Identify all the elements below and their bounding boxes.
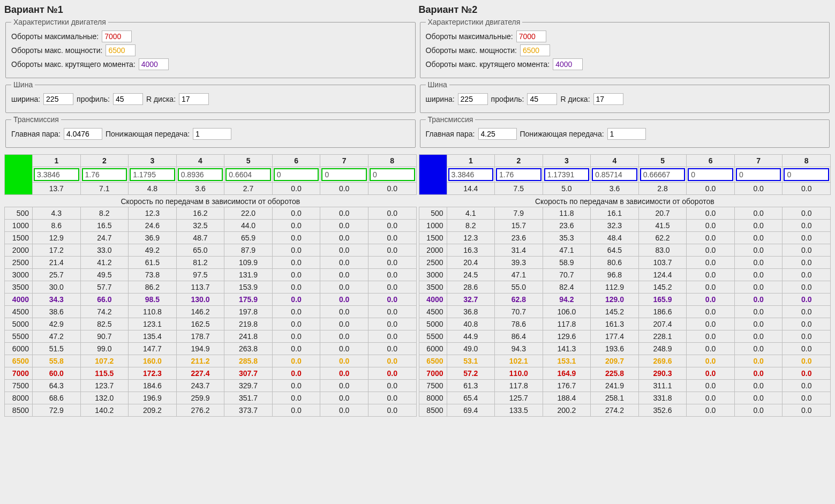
table-row: 550044.986.4129.6177.4228.10.00.00.0 <box>419 330 831 343</box>
speed-cell: 4.3 <box>33 207 81 220</box>
engine-torque-input[interactable] <box>139 58 169 70</box>
speed-cell: 0.0 <box>320 318 368 330</box>
trans-final-label: Главная пара: <box>11 130 61 138</box>
engine-power-label: Обороты макс. мощности: <box>11 46 102 55</box>
rpm-cell: 6000 <box>5 343 33 355</box>
trans-reduct-input[interactable] <box>607 128 646 140</box>
gear-ratio-speed: 3.6 <box>591 183 639 195</box>
speed-cell: 0.0 <box>734 404 783 417</box>
table-row: 500042.982.5123.1162.5219.80.00.00.0 <box>5 318 417 330</box>
gear-header: 6 <box>272 155 320 167</box>
gear-ratio-input[interactable] <box>82 168 127 181</box>
table-row: 850069.4133.5200.2274.2352.60.00.00.0 <box>419 404 831 417</box>
variant-title: Вариант №1 <box>4 4 417 16</box>
gear-ratio-input[interactable] <box>130 168 175 181</box>
rpm-cell: 5000 <box>5 318 33 330</box>
engine-torque-input[interactable] <box>553 58 583 70</box>
gear-ratio-input[interactable] <box>640 168 686 181</box>
gear-header: 8 <box>783 155 831 167</box>
gear-ratio-input[interactable] <box>784 168 829 181</box>
speed-cell: 0.0 <box>783 281 831 294</box>
variant-title: Вариант №2 <box>419 4 831 16</box>
speed-cell: 73.8 <box>129 269 177 281</box>
speed-cell: 4.1 <box>447 207 495 220</box>
speed-cell: 0.0 <box>687 404 735 417</box>
speed-cell: 0.0 <box>368 392 416 404</box>
gear-ratio-input[interactable] <box>225 168 271 181</box>
gear-ratio-input[interactable] <box>592 168 637 181</box>
speed-cell: 106.0 <box>543 306 591 318</box>
speed-table: 1234567813.77.14.83.62.70.00.00.0Скорост… <box>4 154 417 417</box>
gear-ratio-input[interactable] <box>178 168 223 181</box>
gear-header: 5 <box>638 155 687 167</box>
speed-cell: 0.0 <box>272 207 320 220</box>
speed-cell: 0.0 <box>734 355 783 367</box>
gear-ratio-input[interactable] <box>448 168 494 181</box>
gear-header: 7 <box>734 155 783 167</box>
speed-cell: 24.5 <box>447 269 495 281</box>
gear-ratio-input[interactable] <box>34 168 79 181</box>
gear-ratio-input[interactable] <box>370 168 415 181</box>
trans-reduct-label: Понижающая передача: <box>106 130 190 138</box>
tire-width-input[interactable] <box>458 93 488 105</box>
gear-ratio-input[interactable] <box>544 168 590 181</box>
engine-power-input[interactable] <box>520 44 550 56</box>
speed-cell: 69.4 <box>447 404 495 417</box>
table-row: 5004.17.911.816.120.70.00.00.0 <box>419 207 831 220</box>
speed-cell: 0.0 <box>687 207 735 220</box>
speed-cell: 177.4 <box>591 330 639 343</box>
speed-cell: 32.5 <box>176 220 224 232</box>
tire-width-input[interactable] <box>43 93 73 105</box>
speed-cell: 0.0 <box>272 306 320 318</box>
rpm-cell: 8500 <box>5 404 33 417</box>
tire-rim-input[interactable] <box>179 93 209 105</box>
table-row: 150012.924.736.948.765.90.00.00.0 <box>5 232 417 244</box>
speed-cell: 227.4 <box>176 367 224 380</box>
tire-profile-input[interactable] <box>527 93 557 105</box>
table-row: 200017.233.049.265.087.90.00.00.0 <box>5 244 417 257</box>
speed-cell: 0.0 <box>783 306 831 318</box>
gear-ratio-input[interactable] <box>736 168 781 181</box>
engine-max-label: Обороты максимальные: <box>11 32 99 41</box>
table-row: 450036.870.7106.0145.2186.60.00.00.0 <box>419 306 831 318</box>
speed-cell: 248.9 <box>638 343 687 355</box>
engine-max-input[interactable] <box>102 31 132 42</box>
table-corner <box>5 155 33 195</box>
speed-cell: 153.1 <box>543 355 591 367</box>
transmission-legend: Трансмиссия <box>426 115 476 124</box>
tire-profile-label: профиль: <box>77 95 110 103</box>
gear-ratio-input[interactable] <box>321 168 367 181</box>
speed-cell: 329.7 <box>224 380 273 392</box>
speed-cell: 225.8 <box>591 367 639 380</box>
speed-cell: 146.2 <box>176 306 224 318</box>
speed-cell: 12.3 <box>447 232 495 244</box>
gear-ratio-input[interactable] <box>274 168 319 181</box>
tire-profile-input[interactable] <box>113 93 143 105</box>
speed-cell: 113.7 <box>176 281 224 294</box>
gear-ratio-input[interactable] <box>496 168 541 181</box>
gear-ratio-input[interactable] <box>688 168 733 181</box>
engine-power-input[interactable] <box>106 44 136 56</box>
speed-cell: 0.0 <box>272 269 320 281</box>
speed-cell: 31.4 <box>495 244 543 257</box>
speed-cell: 115.5 <box>80 367 129 380</box>
speed-cell: 0.0 <box>368 380 416 392</box>
speed-cell: 94.3 <box>495 343 543 355</box>
rpm-cell: 8000 <box>5 392 33 404</box>
speed-cell: 162.5 <box>176 318 224 330</box>
table-row: 600049.094.3141.3193.6248.90.00.00.0 <box>419 343 831 355</box>
tire-rim-input[interactable] <box>593 93 623 105</box>
engine-max-input[interactable] <box>516 31 546 42</box>
speed-cell: 153.9 <box>224 281 273 294</box>
gear-ratio-speed: 0.0 <box>734 183 783 195</box>
table-row: 10008.616.524.632.544.00.00.00.0 <box>5 220 417 232</box>
gear-header: 8 <box>368 155 416 167</box>
speed-cell: 259.9 <box>176 392 224 404</box>
gear-header: 4 <box>176 155 224 167</box>
trans-final-input[interactable] <box>64 128 102 140</box>
gear-header: 7 <box>320 155 368 167</box>
trans-reduct-input[interactable] <box>193 128 231 140</box>
trans-final-input[interactable] <box>478 128 517 140</box>
gear-header: 1 <box>33 155 81 167</box>
gear-header: 1 <box>447 155 495 167</box>
